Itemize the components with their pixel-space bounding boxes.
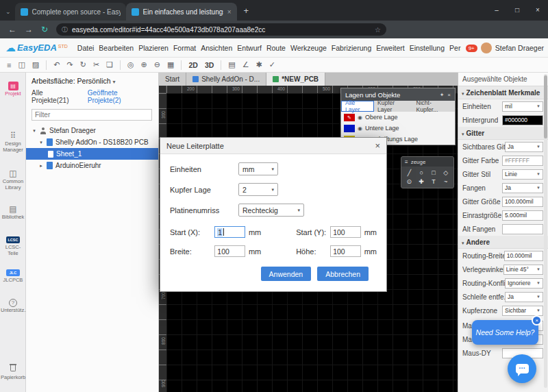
ruler-icon[interactable]: ∠ — [242, 60, 249, 69]
routing-angle-select[interactable]: Linie 45°▼ — [503, 265, 543, 275]
tools-palette-titlebar[interactable]: ≡ zeuge — [401, 157, 453, 167]
section-canvas-attributes[interactable]: ▾Zeichenblatt Merkmale — [458, 86, 548, 99]
user-avatar[interactable] — [481, 42, 492, 53]
maximize-icon[interactable]: □ — [507, 6, 527, 14]
tab-search-icon[interactable]: ⌄ — [5, 8, 11, 15]
sidebar-item-trash[interactable]: Papierkorb — [0, 362, 26, 381]
cancel-button[interactable]: Abbrechen — [317, 267, 369, 281]
menu-fabrizierung[interactable]: Fabrizierung — [332, 44, 371, 52]
easyeda-logo[interactable]: ☁ EasyEDA STD — [5, 42, 68, 53]
menu-entwurf[interactable]: Entwurf — [237, 44, 262, 52]
search-icon[interactable]: ◎ — [127, 60, 134, 69]
rect-tool-icon[interactable]: □ — [429, 169, 439, 176]
layers-tab-copper[interactable]: Kupfer Layer — [374, 101, 412, 112]
sidebar-item-support[interactable]: ? Unterstütz... — [0, 295, 26, 314]
close-icon[interactable]: × — [447, 92, 451, 98]
routing-conflict-select[interactable]: Ignoriere▼ — [505, 278, 543, 289]
new-tab-button[interactable]: + — [244, 5, 249, 16]
grid-size-input[interactable]: 100.000mil — [502, 197, 543, 207]
layer-row-top[interactable]: ✎ ◉ Obere Lage — [341, 112, 455, 123]
remove-loop-select[interactable]: Ja▼ — [505, 292, 543, 302]
forward-icon[interactable]: → — [25, 25, 33, 34]
tab-close-icon[interactable]: × — [227, 8, 232, 16]
workspace-selector[interactable]: Arbeitsfläche: Persönlich ▾ — [26, 73, 158, 88]
save-icon[interactable]: ◫ — [18, 60, 25, 69]
start-y-input[interactable]: 100 — [330, 226, 361, 238]
site-info-icon[interactable]: ⓘ — [62, 25, 68, 34]
doc-tab-new-pcb[interactable]: *NEW_PCB — [266, 73, 325, 86]
menu-einstellung[interactable]: Einstellung — [410, 44, 445, 52]
help-close-icon[interactable]: × — [532, 315, 542, 326]
copy-icon[interactable]: ❏ — [106, 60, 113, 69]
start-x-input[interactable]: 1 — [214, 226, 245, 238]
redo-icon[interactable]: ↷ — [66, 60, 73, 69]
menu-icon[interactable]: ≡ — [7, 61, 11, 69]
view-3d-button[interactable]: 3D — [205, 61, 214, 69]
menu-erweitert[interactable]: Erweitert — [376, 44, 404, 52]
scrollbar-thumb[interactable] — [544, 75, 547, 138]
doc-tab-start[interactable]: Start — [159, 73, 186, 86]
chat-widget-button[interactable]: … — [508, 354, 536, 383]
outline-select[interactable]: Rechteckig ▾ — [238, 204, 304, 217]
grid-style-select[interactable]: Linie▼ — [502, 169, 543, 180]
tab-open-projects[interactable]: Geöffnete Projekte(2) — [88, 89, 153, 104]
height-input[interactable]: 100 — [330, 245, 361, 257]
sidebar-item-common-library[interactable]: ◫ Common Library — [0, 169, 26, 191]
menu-bearbeiten[interactable]: Bearbeiten — [99, 44, 134, 52]
menu-persoenlich[interactable]: Persönlich — [449, 44, 461, 52]
layer-row-bottom[interactable]: ◉ Untere Lage — [341, 123, 455, 134]
layers-tab-all[interactable]: Alle Layer — [341, 101, 374, 112]
menu-werkzeuge[interactable]: Werkzeuge — [290, 44, 327, 52]
text-tool-icon[interactable]: T — [429, 178, 439, 185]
via-tool-icon[interactable]: ⊙ — [404, 178, 414, 185]
alt-snap-input[interactable] — [502, 224, 543, 234]
sidebar-item-bibliothek[interactable]: ▤ Bibliothek — [0, 204, 26, 221]
zoom-out-icon[interactable]: ⊖ — [154, 60, 160, 69]
reload-icon[interactable]: ↻ — [41, 25, 48, 34]
tree-project-row[interactable]: ▸ ArduinoEieruhr — [26, 160, 158, 171]
tree-user-row[interactable]: ▾ Stefan Draeger — [26, 125, 158, 136]
image-icon[interactable]: ▨ — [32, 60, 39, 69]
section-other[interactable]: ▾Andere — [458, 236, 548, 249]
snap-select[interactable]: Ja▼ — [502, 183, 543, 193]
filter-input[interactable] — [32, 109, 152, 121]
pin-icon[interactable]: ✦ — [440, 92, 445, 98]
scrollbar[interactable] — [544, 74, 547, 388]
routing-width-input[interactable]: 10.000mil — [504, 251, 543, 261]
tab-all-projects[interactable]: Alle Projekte(21) — [32, 89, 82, 104]
layers-tab-noncopper[interactable]: Nicht-Kupfer... — [413, 101, 455, 112]
chevron-right-icon[interactable]: ▸ — [38, 163, 44, 169]
eye-icon[interactable]: ◉ — [358, 125, 362, 132]
snap-size-input[interactable]: 5.000mil — [502, 210, 543, 221]
refresh-icon[interactable]: ↻ — [80, 60, 86, 69]
dialog-close-icon[interactable]: × — [375, 140, 380, 151]
polygon-tool-icon[interactable]: ◇ — [440, 169, 451, 176]
copper-zone-select[interactable]: Sichtbar▼ — [502, 306, 543, 316]
eye-icon[interactable]: ◉ — [358, 114, 362, 121]
username[interactable]: Stefan Draeger — [495, 44, 544, 52]
section-grid[interactable]: ▾Gitter — [458, 127, 548, 140]
circle-tool-icon[interactable]: ○ — [416, 169, 427, 176]
notification-badge[interactable]: 9+ — [466, 45, 477, 52]
menu-datei[interactable]: Datei — [77, 44, 95, 52]
grid-visible-select[interactable]: Ja▼ — [505, 142, 543, 152]
copper-layers-select[interactable]: 2 ▾ — [238, 183, 278, 196]
layers-icon[interactable]: ▤ — [228, 60, 235, 69]
minimize-icon[interactable]: – — [486, 6, 507, 14]
grid-icon[interactable]: ▦ — [167, 60, 174, 69]
drag-handle-icon[interactable]: ≡ — [405, 159, 408, 165]
zoom-in-icon[interactable]: ⊕ — [141, 60, 147, 69]
tree-sheet-row-selected[interactable]: Sheet_1 — [26, 148, 158, 160]
menu-format[interactable]: Format — [173, 44, 196, 52]
url-field[interactable]: ⓘ easyeda.com/editor#id=44acc40e500a473d… — [56, 23, 386, 36]
grid-color-swatch[interactable]: #FFFFFF — [502, 156, 543, 166]
tree-project-row[interactable]: ▾ Shelly AddOn - DS18B20 PCB — [26, 136, 158, 148]
chevron-down-icon[interactable]: ▾ — [32, 128, 37, 134]
drc-check-icon[interactable]: ✓ — [269, 60, 275, 69]
apply-button[interactable]: Anwenden — [261, 267, 312, 281]
layer-color-swatch[interactable]: ✎ — [344, 114, 355, 121]
pad-tool-icon[interactable]: ✚ — [416, 178, 427, 185]
sidebar-item-lcsc[interactable]: LCSC LCSC-Teile — [0, 232, 26, 256]
view-2d-button[interactable]: 2D — [188, 61, 197, 69]
width-input[interactable]: 100 — [214, 245, 245, 257]
